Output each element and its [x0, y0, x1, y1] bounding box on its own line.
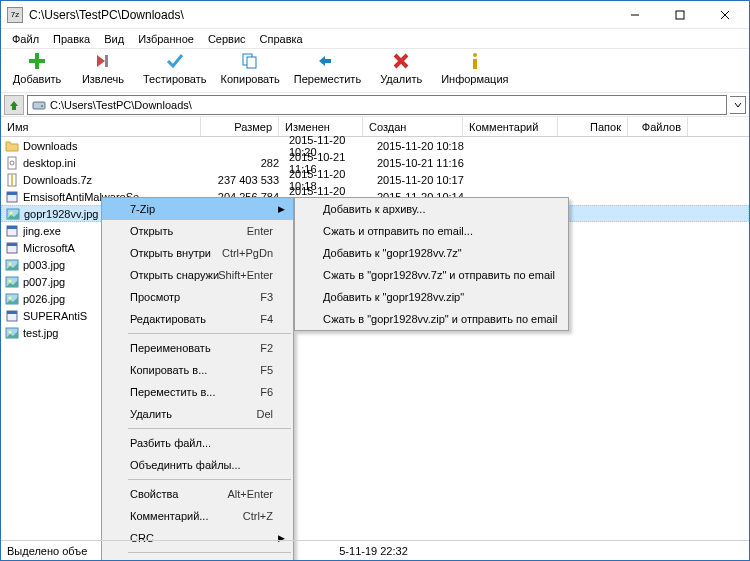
ctx-7-zip[interactable]: 7-Zip▶ [102, 198, 293, 220]
menu-правка[interactable]: Правка [46, 31, 97, 47]
copy-label: Копировать [221, 73, 280, 85]
file-created: 2015-11-20 10:17 [377, 174, 477, 186]
svg-rect-22 [7, 226, 17, 229]
img-icon [5, 258, 19, 272]
ctx-shortcut: Del [256, 408, 273, 420]
file-row[interactable]: Downloads2015-11-20 10:202015-11-20 10:1… [1, 137, 749, 154]
toolbar: ДобавитьИзвлечьТестироватьКопироватьПере… [1, 49, 749, 93]
file-name: desktop.ini [23, 157, 203, 169]
status-left: Выделено объе [7, 545, 87, 557]
extract-icon [93, 51, 113, 71]
column-size[interactable]: Размер [201, 117, 279, 136]
window-title: C:\Users\TestPC\Downloads\ [29, 8, 612, 22]
column-comment[interactable]: Комментарий [463, 117, 558, 136]
ctx-просмотр[interactable]: ПросмотрF3 [102, 286, 293, 308]
ctx-комментарий-[interactable]: Комментарий...Ctrl+Z [102, 505, 293, 527]
ctx-shortcut: F3 [260, 291, 273, 303]
submenu-item[interactable]: Добавить к архиву... [295, 198, 568, 220]
ctx-переместить-в-[interactable]: Переместить в...F6 [102, 381, 293, 403]
add-label: Добавить [13, 73, 62, 85]
svg-point-28 [9, 279, 12, 282]
file-row[interactable]: Downloads.7z237 403 5332015-11-20 10:182… [1, 171, 749, 188]
address-input[interactable]: C:\Users\TestPC\Downloads\ [27, 95, 727, 115]
ctx-shortcut: F5 [260, 364, 273, 376]
status-bar: Выделено объе 5-11-19 22:32 [1, 540, 749, 560]
svg-rect-10 [473, 59, 477, 69]
menu-файл[interactable]: Файл [5, 31, 46, 47]
ctx-редактировать[interactable]: РедактироватьF4 [102, 308, 293, 330]
menu-сервис[interactable]: Сервис [201, 31, 253, 47]
add-button[interactable]: Добавить [11, 51, 63, 85]
file-name: p003.jpg [23, 259, 103, 271]
svg-rect-5 [29, 59, 45, 63]
extract-button[interactable]: Извлечь [77, 51, 129, 85]
img-icon [5, 326, 19, 340]
ctx-разбить-файл-[interactable]: Разбить файл... [102, 432, 293, 454]
submenu-item[interactable]: Добавить к "gopr1928vv.7z" [295, 242, 568, 264]
ctx-открыть-внутри[interactable]: Открыть внутриCtrl+PgDn [102, 242, 293, 264]
move-button[interactable]: Переместить [294, 51, 361, 85]
minimize-button[interactable] [612, 1, 657, 28]
test-icon [165, 51, 185, 71]
column-files[interactable]: Файлов [628, 117, 688, 136]
window-controls [612, 1, 747, 28]
ctx-label: Удалить [130, 408, 172, 420]
info-icon [465, 51, 485, 71]
svg-line-3 [721, 11, 729, 19]
file-name: Downloads.7z [23, 174, 203, 186]
column-folders[interactable]: Папок [558, 117, 628, 136]
address-text: C:\Users\TestPC\Downloads\ [50, 99, 192, 111]
ctx-shortcut: Ctrl+Z [243, 510, 273, 522]
info-button[interactable]: Информация [441, 51, 508, 85]
info-label: Информация [441, 73, 508, 85]
file-name: p007.jpg [23, 276, 103, 288]
delete-icon [391, 51, 411, 71]
ctx-separator [128, 333, 291, 334]
submenu-item[interactable]: Сжать в "gopr1928vv.7z" и отправить по e… [295, 264, 568, 286]
ctx-label: Свойства [130, 488, 178, 500]
file-size: 282 [207, 157, 285, 169]
up-button[interactable] [4, 95, 24, 115]
maximize-button[interactable] [657, 1, 702, 28]
exe-icon [5, 224, 19, 238]
ctx-объединить-файлы-[interactable]: Объединить файлы... [102, 454, 293, 476]
ctx-свойства[interactable]: СвойстваAlt+Enter [102, 483, 293, 505]
svg-point-34 [9, 330, 12, 333]
column-name[interactable]: Имя [1, 117, 201, 136]
delete-button[interactable]: Удалить [375, 51, 427, 85]
file-name: test.jpg [23, 327, 103, 339]
ctx-label: Просмотр [130, 291, 180, 303]
submenu-item[interactable]: Сжать и отправить по email... [295, 220, 568, 242]
file-name: Downloads [23, 140, 203, 152]
copy-button[interactable]: Копировать [221, 51, 280, 85]
file-name: SUPERAntiS [23, 310, 103, 322]
svg-rect-12 [41, 105, 43, 107]
submenu-item[interactable]: Добавить к "gopr1928vv.zip" [295, 286, 568, 308]
file-row[interactable]: desktop.ini2822015-10-21 11:162015-10-21… [1, 154, 749, 171]
menu-вид[interactable]: Вид [97, 31, 131, 47]
ctx-shortcut: Enter [247, 225, 273, 237]
menu-справка[interactable]: Справка [253, 31, 310, 47]
column-created[interactable]: Создан [363, 117, 463, 136]
svg-point-20 [10, 211, 13, 214]
menu-избранное[interactable]: Избранное [131, 31, 201, 47]
svg-rect-16 [11, 174, 13, 186]
svg-rect-1 [676, 11, 684, 19]
svg-point-30 [9, 296, 12, 299]
submenu-item[interactable]: Сжать в "gopr1928vv.zip" и отправить по … [295, 308, 568, 330]
address-dropdown-button[interactable] [730, 96, 746, 114]
close-button[interactable] [702, 1, 747, 28]
ctx-открыть[interactable]: ОткрытьEnter [102, 220, 293, 242]
ctx-переименовать[interactable]: ПереименоватьF2 [102, 337, 293, 359]
ctx-label: Открыть [130, 225, 173, 237]
ctx-separator [128, 428, 291, 429]
ctx-label: Переместить в... [130, 386, 215, 398]
test-button[interactable]: Тестировать [143, 51, 207, 85]
address-bar: C:\Users\TestPC\Downloads\ [1, 93, 749, 117]
ctx-удалить[interactable]: УдалитьDel [102, 403, 293, 425]
ctx-копировать-в-[interactable]: Копировать в...F5 [102, 359, 293, 381]
ctx-label: Копировать в... [130, 364, 207, 376]
ctx-shortcut: Shift+Enter [218, 269, 273, 281]
ctx-открыть-снаружи[interactable]: Открыть снаружиShift+Enter [102, 264, 293, 286]
drive-icon [32, 98, 46, 112]
